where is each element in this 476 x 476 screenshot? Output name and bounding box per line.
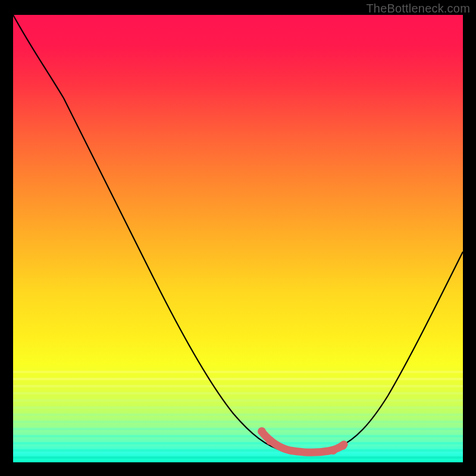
bottleneck-curve xyxy=(13,15,463,453)
marker-dot xyxy=(266,437,274,445)
chart-frame: TheBottleneck.com xyxy=(0,0,476,476)
watermark: TheBottleneck.com xyxy=(366,2,470,15)
curve-layer xyxy=(13,15,463,462)
marker-dot xyxy=(339,441,347,450)
marker-dot xyxy=(329,446,337,455)
marker-dot xyxy=(258,427,266,436)
plot-area xyxy=(13,15,463,462)
